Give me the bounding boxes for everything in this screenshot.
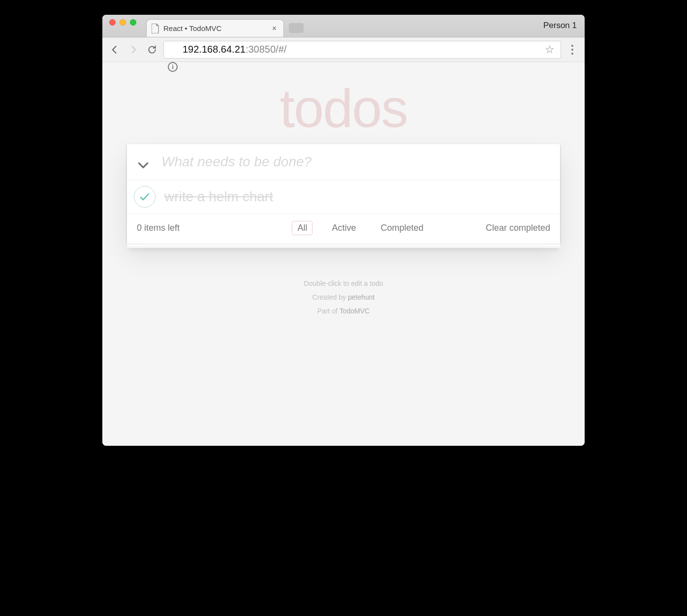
- filter-completed[interactable]: Completed: [375, 221, 429, 235]
- bookmark-icon[interactable]: ☆: [543, 43, 557, 56]
- todo-item: write a helm chart: [127, 180, 560, 214]
- todomvc-link[interactable]: TodoMVC: [340, 307, 370, 315]
- app-title: todos: [102, 77, 585, 139]
- minimize-window-button[interactable]: [120, 19, 126, 26]
- todo-footer: 0 items left All Active Completed Clear …: [127, 214, 560, 242]
- filter-active[interactable]: Active: [326, 221, 361, 235]
- page-footer-info: Double-click to edit a todo Created by p…: [102, 277, 585, 318]
- items-left: 0 items left: [137, 223, 235, 233]
- browser-window: React • TodoMVC × Person 1 i 192.168.64.…: [102, 15, 585, 446]
- browser-tab[interactable]: React • TodoMVC ×: [146, 19, 284, 37]
- maximize-window-button[interactable]: [130, 19, 136, 26]
- new-tab-button[interactable]: [289, 23, 304, 33]
- window-controls: [102, 19, 143, 32]
- page-viewport: todos write a helm chart 0 items left: [102, 62, 585, 446]
- info-created-by: Created by petehunt: [102, 290, 585, 304]
- address-bar[interactable]: i 192.168.64.21:30850/#/ ☆: [163, 41, 561, 59]
- new-todo-input[interactable]: [127, 144, 560, 180]
- tab-title: React • TodoMVC: [163, 24, 266, 32]
- back-button[interactable]: [107, 42, 122, 57]
- forward-button[interactable]: [126, 42, 141, 57]
- toggle-all-button[interactable]: [131, 153, 156, 178]
- reload-button[interactable]: [145, 42, 159, 57]
- profile-label[interactable]: Person 1: [543, 21, 577, 31]
- browser-menu-button[interactable]: [565, 42, 580, 58]
- info-created-prefix: Created by: [312, 293, 348, 301]
- page-icon: [152, 25, 159, 32]
- info-partof-prefix: Part of: [317, 307, 340, 315]
- close-tab-button[interactable]: ×: [270, 24, 279, 33]
- todo-list: write a helm chart: [127, 180, 560, 214]
- tab-strip: React • TodoMVC × Person 1: [102, 15, 585, 37]
- browser-toolbar: i 192.168.64.21:30850/#/ ☆: [102, 37, 585, 62]
- site-info-icon[interactable]: i: [168, 62, 178, 72]
- filter-list: All Active Completed: [235, 221, 486, 235]
- url-host: 192.168.64.21: [183, 44, 246, 55]
- url-path: :30850/#/: [246, 44, 286, 55]
- filter-all[interactable]: All: [292, 221, 312, 235]
- info-edit-hint: Double-click to edit a todo: [102, 277, 585, 290]
- author-link[interactable]: petehunt: [348, 293, 375, 301]
- clear-completed-button[interactable]: Clear completed: [486, 223, 550, 233]
- todo-header: [127, 144, 560, 180]
- info-part-of: Part of TodoMVC: [102, 304, 585, 318]
- close-window-button[interactable]: [109, 19, 116, 26]
- todo-checkbox[interactable]: [134, 186, 156, 208]
- todo-app: write a helm chart 0 items left All Acti…: [127, 144, 560, 242]
- url-text: 192.168.64.21:30850/#/: [183, 44, 543, 55]
- todo-text[interactable]: write a helm chart: [164, 189, 550, 205]
